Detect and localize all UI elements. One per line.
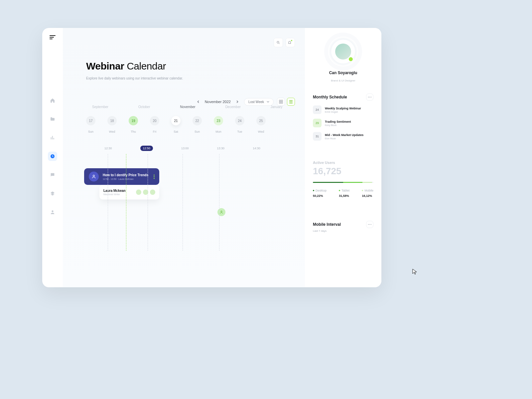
time-label: 12:30 (104, 147, 112, 151)
timeline-gridline (126, 154, 126, 251)
month-label[interactable]: November (180, 105, 196, 109)
prev-month-button[interactable] (195, 98, 202, 105)
legend-dot-icon (313, 190, 314, 191)
list-icon (289, 100, 293, 104)
date-number: 23 (214, 116, 223, 125)
date-number: 24 (235, 116, 244, 125)
day-label: Fri (153, 130, 157, 133)
grid-view-button[interactable] (277, 98, 285, 106)
day-label: Wed (258, 130, 264, 133)
nav-analytics[interactable] (48, 133, 57, 142)
sidebar (42, 28, 63, 287)
svg-rect-5 (279, 102, 281, 103)
grid-icon (279, 100, 283, 104)
clock-icon (50, 154, 55, 159)
active-users-value: 16,725 (313, 166, 373, 177)
schedule-item-title: Trading Sentiment (325, 120, 351, 123)
next-month-button[interactable] (233, 98, 241, 105)
page-title: Webinar Calendar (86, 61, 295, 72)
user-icon (219, 210, 223, 214)
mobile-interval-more-button[interactable] (366, 221, 373, 228)
current-month-label: November 2022 (205, 100, 231, 104)
month-navigator: November 2022 (195, 98, 241, 105)
menu-toggle-icon[interactable] (50, 35, 56, 39)
event-menu-button[interactable] (154, 175, 155, 179)
notifications-button[interactable] (286, 38, 295, 47)
month-label[interactable]: October (138, 105, 150, 109)
date-cell[interactable]: 20Fri (150, 116, 159, 133)
date-cell[interactable]: 21Sat (171, 116, 181, 133)
schedule-item-title: Weekly Scalping Webinar (325, 107, 361, 110)
folder-icon (50, 116, 55, 122)
mobile-interval-title: Mobile Interval (313, 222, 341, 227)
main-panel: Webinar Calendar Explore live daily webi… (63, 28, 305, 287)
event-info: How to I dentify Price Trends 12:50 - 13… (103, 173, 148, 180)
progress-segment (313, 182, 343, 183)
timeline-marker[interactable] (217, 208, 225, 216)
nav-layers[interactable] (48, 189, 57, 198)
profile: Can Soyaroglu Brand & UI Designer (313, 37, 373, 82)
date-number: 22 (193, 116, 202, 125)
user-name: Can Soyaroglu (329, 70, 357, 75)
nav-folder[interactable] (48, 114, 57, 124)
nav-profile[interactable] (48, 207, 57, 217)
usage-progress-bar (313, 182, 373, 183)
date-number: 20 (150, 116, 159, 125)
date-strip: 17Sun18Wed19Thu20Fri21Sat22Sun23Mon24Tue… (86, 116, 295, 133)
user-icon (50, 209, 55, 215)
nav (48, 96, 57, 217)
calendar-controls: November 2022 Lost Week (195, 98, 295, 106)
timeline-gridline (219, 154, 219, 251)
date-number: 21 (171, 116, 181, 125)
month-label[interactable]: September (92, 105, 108, 109)
legend-label: Mobile (362, 189, 373, 192)
schedule-item[interactable]: 29Trading SentimentKeny Block (313, 119, 373, 127)
avatar-ring[interactable] (328, 37, 358, 66)
mobile-interval-section: Mobile Interval Last 7 days (313, 221, 373, 232)
day-label: Sun (88, 130, 93, 133)
event-card[interactable]: How to I dentify Price Trends 12:50 - 13… (84, 168, 159, 185)
date-cell[interactable]: 17Sun (86, 116, 95, 133)
view-toggle (277, 98, 295, 106)
presenter-card[interactable]: Laura Mckean Machinist Writer (99, 185, 159, 200)
chevron-right-icon (236, 100, 238, 103)
progress-segment (343, 182, 362, 183)
date-cell[interactable]: 22Sun (193, 116, 202, 133)
week-filter-dropdown[interactable]: Lost Week (244, 98, 274, 106)
legend-label: Tablet (339, 189, 349, 192)
attendee-avatars (136, 190, 155, 195)
legend-value: 50,22% (313, 194, 327, 198)
right-panel: Can Soyaroglu Brand & UI Designer Monthl… (305, 28, 381, 287)
page-subtitle: Explore live daily webinars using our in… (86, 76, 295, 80)
svg-rect-4 (281, 100, 283, 101)
nav-calendar[interactable] (48, 152, 57, 161)
active-users-section: Active Users 16,725 Desktop50,22%Tablet3… (313, 161, 373, 198)
nav-home[interactable] (48, 96, 57, 105)
timeline: 12:3012:5013:0013:3014:30 How to I denti… (86, 147, 295, 151)
time-label: 13:30 (217, 147, 225, 151)
cursor-icon (412, 269, 417, 275)
time-badge: 12:50 (140, 146, 153, 151)
date-cell[interactable]: 19Thu (129, 116, 138, 133)
search-icon (276, 41, 280, 45)
search-button[interactable] (274, 38, 283, 47)
date-cell[interactable]: 18Wed (107, 116, 117, 133)
svg-rect-3 (279, 100, 281, 101)
schedule-item[interactable]: 31Mid - Week Market UpdatesElon Musk (313, 132, 373, 141)
event-title: How to I dentify Price Trends (103, 173, 148, 177)
schedule-item-author: Keny Block (325, 124, 351, 126)
date-cell[interactable]: 25Wed (256, 116, 266, 133)
chevron-down-icon (267, 100, 269, 103)
date-cell[interactable]: 24Tue (235, 116, 244, 133)
schedule-more-button[interactable] (366, 93, 373, 101)
list-view-button[interactable] (287, 98, 295, 106)
date-number: 25 (256, 116, 266, 125)
timeline-gridline (108, 154, 108, 251)
schedule-item[interactable]: 24Weekly Scalping WebinarEmre Dogan (313, 105, 373, 114)
day-label: Mon (215, 130, 221, 133)
layers-icon (50, 191, 55, 196)
date-cell[interactable]: 23Mon (214, 116, 223, 133)
schedule-header: Monthly Schedule (313, 93, 373, 101)
schedule-item-author: Emre Dogan (325, 111, 361, 113)
nav-chat[interactable] (48, 170, 57, 180)
